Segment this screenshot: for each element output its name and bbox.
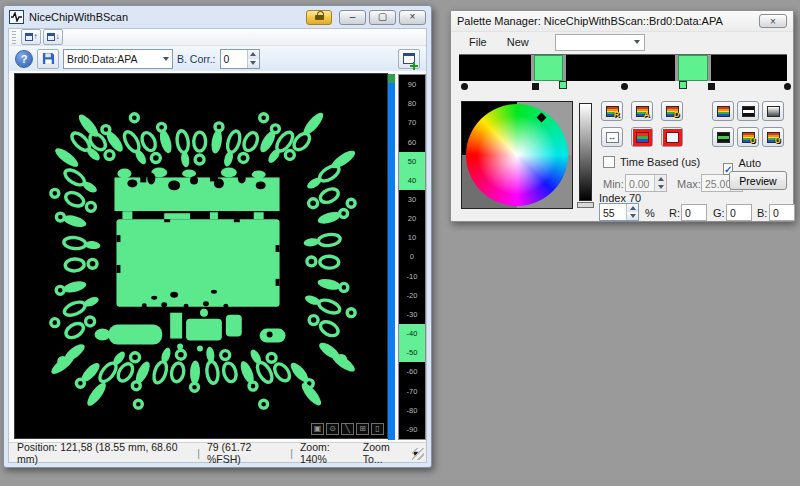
- palette-marker-black-square[interactable]: [532, 83, 539, 90]
- close-button[interactable]: ×: [399, 10, 426, 25]
- layers-tool-icon[interactable]: ▣: [311, 423, 324, 435]
- g-field[interactable]: 0: [726, 204, 752, 221]
- value-slider-handle[interactable]: [577, 202, 594, 208]
- add-window-icon: [403, 53, 415, 64]
- palette-marker-circle[interactable]: [784, 83, 791, 90]
- palette-marker-circle[interactable]: [621, 83, 628, 90]
- preset-combobox[interactable]: [555, 34, 645, 51]
- palette-segment[interactable]: [534, 55, 563, 81]
- palette-marker-green-square[interactable]: [559, 81, 567, 89]
- time-based-checkbox[interactable]: Time Based (us): [603, 156, 700, 168]
- max-label: Max:: [677, 178, 701, 190]
- palette-titlebar[interactable]: Palette Manager: NiceChipWithBScan::Brd0…: [451, 11, 793, 32]
- scale-label: -50: [399, 343, 425, 362]
- bscan-position-strip[interactable]: [388, 74, 395, 440]
- scan-titlebar[interactable]: NiceChipWithBScan – ▢ ×: [4, 6, 431, 28]
- channel-combobox[interactable]: Brd0:Data:APA: [63, 49, 173, 69]
- lower-band-palette-button[interactable]: U: [762, 127, 784, 147]
- marker-tool-icon[interactable]: ▯: [371, 423, 384, 435]
- palette-close-button[interactable]: ×: [759, 14, 787, 28]
- palette-marker-green-square[interactable]: [679, 81, 687, 89]
- min-stepper[interactable]: 0.00: [625, 174, 667, 192]
- minimize-button[interactable]: –: [339, 10, 366, 25]
- scale-label: -10: [399, 267, 425, 286]
- scale-label: 60: [399, 132, 425, 151]
- dock-down-button[interactable]: ↓: [43, 29, 63, 45]
- level-stepper[interactable]: 55: [599, 203, 639, 221]
- scale-label: 70: [399, 113, 425, 132]
- grayscale-palette-button[interactable]: [762, 101, 784, 121]
- add-palette-button[interactable]: A: [631, 101, 653, 121]
- rainbow-icon: [717, 106, 730, 117]
- value-gradient-slider[interactable]: [579, 103, 592, 201]
- scale-label: -70: [399, 382, 425, 401]
- palette-window-title: Palette Manager: NiceChipWithBScan::Brd0…: [457, 15, 759, 27]
- rainbow-r-icon: R: [606, 106, 619, 117]
- read-palette-button[interactable]: R: [601, 101, 623, 121]
- chevron-down-icon: [163, 57, 169, 61]
- scale-label: -30: [399, 305, 425, 324]
- save-button[interactable]: [37, 49, 59, 69]
- menu-new[interactable]: New: [499, 34, 537, 50]
- scan-window: NiceChipWithBScan – ▢ × ↑ ↓: [3, 5, 432, 468]
- spin-up-icon[interactable]: [248, 50, 259, 59]
- edit-blank-button[interactable]: [661, 127, 683, 147]
- toolbar-grip[interactable]: [12, 31, 16, 44]
- pin-lock-button[interactable]: [306, 10, 332, 25]
- dock-toolbar: ↑ ↓: [9, 29, 426, 46]
- chevron-down-icon: [634, 40, 640, 44]
- palette-gradient-bar[interactable]: [459, 54, 787, 81]
- palette-marker-circle[interactable]: [461, 83, 468, 90]
- window-up-icon: [25, 33, 33, 41]
- zoom-to-dropdown[interactable]: Zoom To... ▾: [363, 441, 418, 465]
- resize-grip[interactable]: [412, 448, 424, 460]
- add-view-button[interactable]: [398, 49, 420, 69]
- app-waveform-icon: [9, 10, 24, 24]
- scale-label: 10: [399, 228, 425, 247]
- checkbox-empty[interactable]: [603, 156, 615, 168]
- scale-label: 40: [399, 171, 425, 190]
- scale-label: -80: [399, 401, 425, 420]
- spin-down-icon[interactable]: [248, 59, 259, 68]
- rainbow-u2-icon: U: [767, 132, 780, 143]
- scale-label: -90: [399, 420, 425, 439]
- bcorr-stepper[interactable]: 0: [220, 49, 260, 69]
- palette-menubar: File New: [451, 32, 793, 52]
- min-label: Min:: [603, 178, 624, 190]
- scale-label: 0: [399, 247, 425, 266]
- cscan-view[interactable]: ▣ ⊙ ╲ ⊞ ▯: [14, 73, 388, 439]
- grid-tool-icon[interactable]: ⊞: [356, 423, 369, 435]
- image-tool-strip: ▣ ⊙ ╲ ⊞ ▯: [311, 423, 384, 435]
- fit-range-button[interactable]: ↔: [601, 127, 623, 147]
- edit-rgb-button[interactable]: [631, 127, 653, 147]
- bscan-gate-marker[interactable]: [388, 74, 395, 83]
- status-zoom: Zoom: 140%: [300, 441, 356, 465]
- upper-band-palette-button[interactable]: U: [737, 127, 759, 147]
- band-palette-button[interactable]: [712, 127, 734, 147]
- line-tool-icon[interactable]: ╲: [341, 423, 354, 435]
- bcorr-value: 0: [221, 50, 247, 68]
- palette-segment[interactable]: [678, 55, 708, 81]
- delete-palette-button[interactable]: D: [661, 101, 683, 121]
- color-wheel-box[interactable]: [461, 101, 573, 209]
- scale-label: -20: [399, 286, 425, 305]
- amplitude-scale: 9080706050403020100-10-20-30-40-50-60-70…: [398, 74, 426, 440]
- probe-tool-icon[interactable]: ⊙: [326, 423, 339, 435]
- menu-file[interactable]: File: [461, 34, 495, 50]
- rainbow-palette-button[interactable]: [712, 101, 734, 121]
- percent-label: %: [645, 207, 655, 219]
- r-field[interactable]: 0: [681, 204, 707, 221]
- b-field[interactable]: 0: [769, 204, 795, 221]
- level-value: 55: [600, 204, 626, 220]
- white-selected-icon: [666, 132, 679, 143]
- palette-marker-black-square[interactable]: [708, 83, 715, 90]
- scale-label: 80: [399, 94, 425, 113]
- green-band-icon: [717, 132, 730, 143]
- dock-up-button[interactable]: ↑: [21, 29, 41, 45]
- scale-label: -40: [399, 324, 425, 343]
- preview-button[interactable]: Preview: [729, 171, 787, 190]
- help-button[interactable]: ?: [15, 50, 33, 68]
- maximize-button[interactable]: ▢: [369, 10, 396, 25]
- threshold-palette-button[interactable]: [737, 101, 759, 121]
- hsv-color-wheel[interactable]: [466, 104, 568, 206]
